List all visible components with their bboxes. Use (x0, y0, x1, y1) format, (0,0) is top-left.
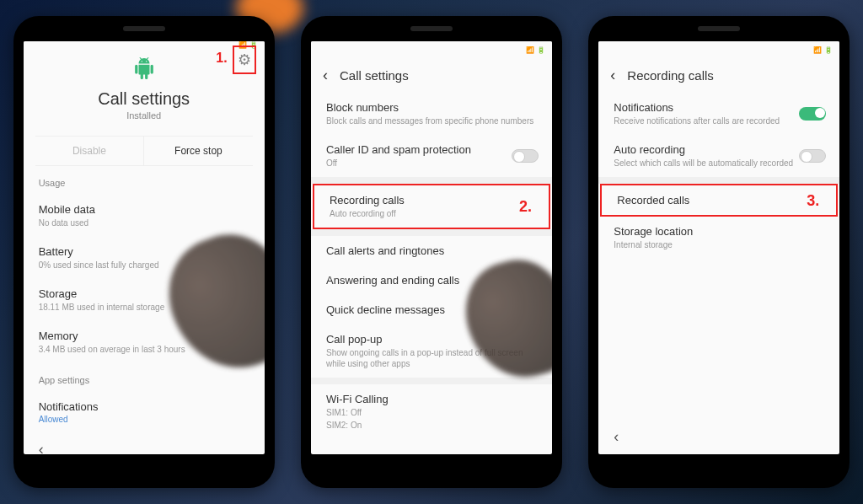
recording-calls-item[interactable]: Recording calls Auto recording off 2. (314, 185, 549, 228)
divider (311, 229, 552, 236)
annotation-step-2: 2. (519, 198, 532, 216)
screen-1: 📶 🔋 1. ⚙ Call settings Installed Disable… (24, 41, 265, 454)
notifications-toggle[interactable] (799, 107, 826, 121)
divider (598, 177, 839, 184)
call-popup-item[interactable]: Call pop-up Show ongoing calls in a pop-… (311, 324, 552, 378)
answering-item[interactable]: Answering and ending calls (311, 265, 552, 295)
section-app-settings: App settings (24, 363, 265, 392)
header-bar: ‹ Call settings (311, 58, 552, 93)
annotation-step-3: 3. (807, 191, 819, 209)
highlight-box-1: ⚙ (233, 46, 256, 74)
caller-id-item[interactable]: Caller ID and spam protection Off (311, 135, 552, 177)
wifi-calling-item[interactable]: Wi-Fi Calling SIM1: Off SIM2: On (311, 384, 552, 439)
storage-location-item[interactable]: Storage location Internal storage (598, 217, 839, 259)
status-bar: 📶 🔋 (311, 41, 552, 58)
recorded-calls-item[interactable]: Recorded calls 3. (602, 185, 836, 215)
phone-frame-3: 📶 🔋 ‹ Recording calls Notifications Rece… (588, 16, 850, 488)
auto-recording-item[interactable]: Auto recording Select which calls will b… (598, 135, 839, 177)
notifications-item[interactable]: Notifications Allowed (24, 392, 265, 432)
back-button[interactable]: ‹ (24, 432, 265, 454)
battery-icon: 🔋 (537, 46, 545, 54)
call-alerts-item[interactable]: Call alerts and ringtones (311, 236, 552, 265)
section-usage: Usage (24, 166, 265, 195)
caller-id-toggle[interactable] (512, 149, 539, 163)
back-button[interactable]: ‹ (598, 420, 839, 454)
signal-icon: 📶 (813, 46, 822, 54)
gear-icon[interactable]: ⚙ (238, 51, 251, 68)
highlight-box-3: Recorded calls 3. (600, 184, 838, 217)
mobile-data-item[interactable]: Mobile data No data used (24, 195, 265, 237)
annotation-step-1: 1. (216, 51, 227, 66)
page-title: Recording calls (627, 68, 714, 83)
block-numbers-item[interactable]: Block numbers Block calls and messages f… (311, 93, 552, 135)
header-bar: ‹ Recording calls (598, 58, 839, 93)
status-bar: 📶 🔋 (598, 41, 839, 58)
app-info-header: 1. ⚙ Call settings Installed (24, 49, 265, 136)
disable-button[interactable]: Disable (35, 137, 144, 165)
app-status: Installed (24, 110, 265, 121)
battery-icon: 🔋 (824, 46, 833, 54)
back-icon[interactable]: ‹ (610, 67, 615, 84)
status-bar: 📶 🔋 (24, 41, 265, 49)
screen-2: 📶 🔋 ‹ Call settings Block numbers Block … (311, 41, 552, 454)
phone-frame-2: 📶 🔋 ‹ Call settings Block numbers Block … (301, 16, 562, 488)
action-buttons: Disable Force stop (35, 136, 253, 166)
signal-icon: 📶 (526, 46, 534, 54)
battery-item[interactable]: Battery 0% used since last fully charged (24, 237, 265, 279)
screen-3: 📶 🔋 ‹ Recording calls Notifications Rece… (598, 41, 839, 454)
phone-frame-1: 📶 🔋 1. ⚙ Call settings Installed Disable… (13, 16, 275, 488)
highlight-box-2: Recording calls Auto recording off 2. (313, 184, 550, 229)
divider (311, 177, 552, 184)
android-icon (131, 57, 157, 79)
storage-item[interactable]: Storage 18.11 MB used in internal storag… (24, 279, 265, 321)
notifications-item[interactable]: Notifications Receive notifications afte… (598, 93, 839, 135)
force-stop-button[interactable]: Force stop (143, 137, 253, 165)
quick-decline-item[interactable]: Quick decline messages (311, 295, 552, 324)
back-icon[interactable]: ‹ (323, 67, 328, 84)
divider (311, 378, 552, 384)
page-title: Call settings (24, 89, 265, 109)
memory-item[interactable]: Memory 3.4 MB used on average in last 3 … (24, 321, 265, 363)
page-title: Call settings (340, 68, 409, 83)
auto-recording-toggle[interactable] (799, 149, 826, 163)
